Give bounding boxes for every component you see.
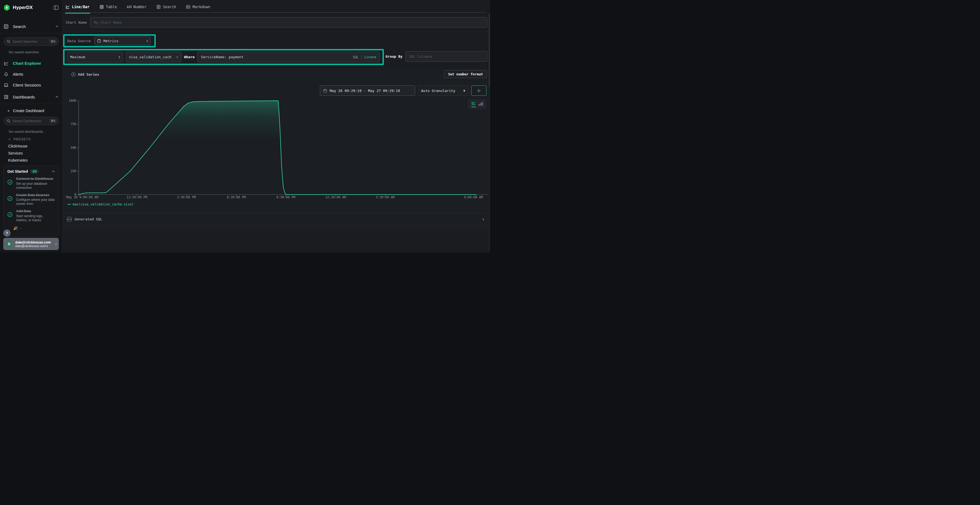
- aggregation-value: Maximum: [70, 55, 119, 59]
- sql-mode-toggle[interactable]: SQL: [353, 55, 359, 59]
- sidebar-item-label: Chart Explorer: [13, 61, 41, 65]
- hyperdx-logo-icon: [4, 4, 10, 11]
- granularity-value: Auto Granularity: [421, 89, 463, 93]
- where-input[interactable]: ServiceName: payment SQL | Lucene: [197, 52, 380, 62]
- sidebar-item-label: Client Sessions: [13, 83, 41, 87]
- create-dashboard-label: Create Dashboard: [13, 108, 44, 113]
- chevron-up-icon: [55, 95, 59, 98]
- shortcut-badge: ⌘K: [49, 39, 57, 44]
- preset-services[interactable]: Services: [8, 151, 62, 156]
- no-saved-dashboards-text: No saved dashboards: [9, 130, 62, 133]
- tab-label: Line/Bar: [72, 5, 89, 9]
- presets-toggle[interactable]: PRESETS: [8, 137, 62, 141]
- create-dashboard-button[interactable]: + Create Dashboard: [7, 108, 62, 113]
- user-team: dale@clickhouse.com's: [15, 245, 55, 248]
- sidebar-dashboards-label: Dashboards: [13, 95, 55, 99]
- y-axis-ticks: [77, 101, 79, 195]
- data-source-label: Data Source: [67, 39, 91, 43]
- get-started-item-title: Add Data: [16, 209, 55, 214]
- tab-line-bar[interactable]: Line/Bar: [65, 0, 89, 14]
- chevron-up-icon[interactable]: [52, 170, 55, 173]
- x-tick-label: 12:30:00 PM: [127, 195, 147, 199]
- chevron-down-icon: ∨: [463, 89, 465, 92]
- chevron-right-icon: ›: [55, 242, 57, 246]
- scrollbar[interactable]: [488, 14, 490, 252]
- x-tick-label: 12:30:00 AM: [325, 195, 346, 199]
- chevron-updown-icon: ▲▼: [146, 40, 148, 43]
- sidebar-section-search[interactable]: Search: [0, 22, 62, 31]
- avatar: D: [5, 240, 13, 248]
- get-started-item-subtitle: Start sending logs, metrics, or traces: [16, 214, 55, 222]
- hyperdx-app: HyperDX Search Saved Searches ⌘K No save…: [0, 0, 490, 252]
- tab-label: Number: [134, 5, 147, 9]
- sidebar-collapse-icon[interactable]: [54, 5, 59, 10]
- preset-clickhouse[interactable]: ClickHouse: [8, 144, 62, 148]
- chart-name-input[interactable]: My Chart Name: [91, 17, 487, 27]
- aggregation-select[interactable]: Maximum ▲▼: [67, 52, 123, 62]
- chart-toolbar: May 26 09:29:19 - May 27 09:29:19 Auto G…: [320, 86, 487, 96]
- chevron-up-icon: [55, 25, 59, 28]
- group-by-input[interactable]: SQL Columns: [406, 51, 487, 62]
- sidebar-item-alerts[interactable]: Alerts: [0, 70, 62, 78]
- x-tick-label: 3:30:00 PM: [177, 195, 196, 199]
- data-source-highlight-box: Data Source Metrics ▲▼: [63, 34, 156, 48]
- bell-icon: [4, 72, 8, 76]
- remove-metric-icon[interactable]: ×: [176, 55, 178, 59]
- tab-search[interactable]: Search: [156, 0, 176, 14]
- x-tick-label: 6:30:00 PM: [227, 195, 245, 199]
- preset-kubernetes[interactable]: Kubernetes: [8, 158, 62, 162]
- legend-label: max(visa_validation_cache.size): [73, 202, 134, 206]
- where-query: ServiceName: payment: [201, 55, 353, 59]
- no-saved-searches-text: No saved searches: [9, 50, 62, 54]
- date-range-picker[interactable]: May 26 09:29:19 - May 27 09:29:19: [320, 86, 415, 96]
- get-started-item-partial[interactable]: 🎉: [13, 226, 55, 230]
- chevron-down-icon: [8, 138, 11, 141]
- get-started-item[interactable]: Connect to ClickHouse Set up your databa…: [7, 177, 55, 190]
- saved-dashboards-input[interactable]: Saved Dashboards ⌘K: [3, 117, 59, 125]
- tab-number[interactable]: 123 Number: [127, 0, 147, 14]
- mode-separator: |: [360, 55, 362, 59]
- get-started-item[interactable]: Add Data Start sending logs, metrics, or…: [7, 209, 55, 222]
- lucene-mode-toggle[interactable]: Lucene: [364, 55, 376, 59]
- user-email: dale@clickhouse.com: [15, 241, 55, 245]
- help-button[interactable]: ?: [3, 229, 11, 237]
- get-started-item-subtitle: Configure where your data comes from: [16, 198, 55, 206]
- metric-tag[interactable]: visa_validation_cach ×: [126, 52, 181, 62]
- shortcut-badge: ⌘K: [49, 119, 57, 123]
- tab-label: Markdown: [192, 5, 210, 9]
- divider: [63, 31, 490, 32]
- legend-line-swatch: [67, 204, 71, 205]
- saved-searches-placeholder: Saved Searches: [13, 40, 49, 43]
- generated-sql-toggle[interactable]: </> Generated SQL ∨: [66, 213, 485, 226]
- where-label: Where: [184, 55, 195, 59]
- user-menu[interactable]: D dale@clickhouse.com dale@clickhouse.co…: [3, 238, 59, 250]
- brand-name: HyperDX: [13, 5, 54, 10]
- search-icon: [7, 119, 10, 123]
- chart-name-label: Chart Name: [65, 21, 87, 24]
- database-icon: [97, 39, 101, 43]
- sidebar-item-client-sessions[interactable]: Client Sessions: [0, 81, 62, 89]
- sidebar-item-chart-explorer[interactable]: Chart Explorer: [0, 59, 62, 67]
- get-started-item-subtitle: Set up your database connection: [16, 182, 55, 190]
- run-query-button[interactable]: [471, 86, 487, 96]
- add-series-button[interactable]: + Add Series: [71, 72, 99, 76]
- tab-table[interactable]: Table: [100, 0, 117, 14]
- chart-name-placeholder: My Chart Name: [94, 21, 122, 24]
- sidebar-section-dashboards[interactable]: Dashboards: [0, 92, 62, 102]
- table-icon: [100, 5, 104, 9]
- saved-searches-input[interactable]: Saved Searches ⌘K: [3, 37, 59, 46]
- journal-icon: [4, 24, 8, 29]
- set-number-format-button[interactable]: Set number format: [444, 70, 487, 78]
- granularity-select[interactable]: Auto Granularity ∨: [418, 86, 469, 96]
- chevron-down-icon: ∨: [482, 218, 484, 221]
- time-series-plot[interactable]: [79, 101, 488, 195]
- tab-markdown[interactable]: Markdown: [186, 0, 210, 14]
- series-area-fill: [79, 101, 476, 195]
- chart-legend[interactable]: max(visa_validation_cache.size): [67, 202, 134, 206]
- y-tick-label: 25K: [65, 169, 76, 173]
- brand-row: HyperDX: [0, 0, 62, 15]
- data-source-select[interactable]: Metrics ▲▼: [94, 37, 151, 45]
- get-started-item[interactable]: Create Data Sources Configure where your…: [7, 193, 55, 206]
- sidebar: HyperDX Search Saved Searches ⌘K No save…: [0, 0, 63, 252]
- scrollbar-thumb[interactable]: [488, 14, 490, 87]
